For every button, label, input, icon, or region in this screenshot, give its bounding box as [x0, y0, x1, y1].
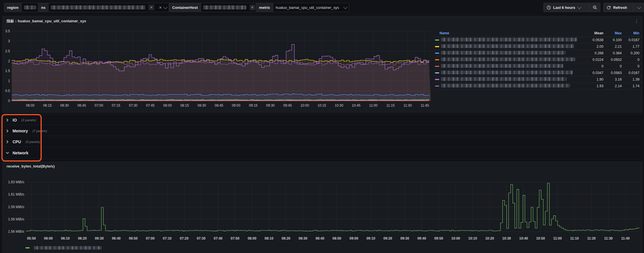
legend-header-name[interactable]: Name: [440, 31, 583, 35]
row-io[interactable]: IO (2 panels): [2, 114, 642, 126]
svg-text:1.58 MiB/s: 1.58 MiB/s: [8, 217, 24, 221]
series-name-redacted: [441, 51, 583, 55]
svg-text:0: 0: [8, 99, 10, 103]
legend-max-value: 2.14: [603, 84, 622, 88]
legend-mean-value: 0: [583, 64, 603, 68]
svg-text:06:40: 06:40: [112, 236, 121, 240]
legend-min-value: 0.0167: [622, 38, 639, 42]
svg-text:0.5: 0.5: [5, 89, 10, 93]
svg-text:06:00: 06:00: [44, 236, 53, 240]
filter-region-label: region: [4, 3, 22, 12]
svg-text:08:40: 08:40: [316, 236, 324, 240]
chevron-down-icon: [343, 5, 347, 9]
zoom-out-icon: [593, 5, 597, 10]
svg-text:10:00: 10:00: [300, 103, 309, 107]
chevron-right-icon: [6, 129, 9, 133]
svg-text:1.5: 1.5: [5, 69, 10, 73]
timeseries-chart[interactable]: 1.63 MiB/s1.61 MiB/s1.59 MiB/s1.58 MiB/s…: [3, 174, 642, 245]
panel-title[interactable]: 指标：huatuo_bamai_cpu_util_container_sys: [7, 19, 86, 24]
row-cpu[interactable]: CPU (5 panels): [2, 136, 642, 148]
svg-text:06:20: 06:20: [78, 236, 87, 240]
legend-max-value: 0.0502: [603, 58, 622, 62]
row-network[interactable]: Network: [2, 147, 642, 159]
svg-text:11:45: 11:45: [421, 103, 429, 107]
svg-text:06:45: 06:45: [77, 103, 86, 107]
svg-text:06:15: 06:15: [43, 103, 52, 107]
svg-text:06:00: 06:00: [26, 103, 35, 107]
series-name-redacted: [441, 38, 583, 42]
svg-text:10:40: 10:40: [519, 236, 528, 240]
legend-mean-value: 0.0538: [583, 38, 603, 42]
legend-row[interactable]: 0.03470.05830.0167: [434, 70, 642, 76]
svg-text:10:45: 10:45: [352, 103, 360, 107]
legend-mean-value: 0.0224: [583, 58, 603, 62]
series-color-dash: [435, 72, 439, 73]
filter-metric[interactable]: metric huatuo_bamai_cpu_util_container_s…: [256, 3, 349, 12]
legend-row[interactable]: 0.2680.3840.200: [434, 50, 642, 57]
legend-row[interactable]: 000: [434, 63, 642, 70]
svg-text:2: 2: [8, 59, 10, 63]
svg-text:1.63 MiB/s: 1.63 MiB/s: [8, 180, 24, 184]
legend-header-mean[interactable]: Mean: [583, 31, 603, 35]
svg-text:06:50: 06:50: [129, 236, 138, 240]
series-color-dash: [435, 66, 439, 67]
legend-row[interactable]: 1.932.141.74: [434, 83, 642, 89]
legend-row[interactable]: 1.903.161.39: [434, 76, 642, 83]
clear-all-icon[interactable]: ✕: [159, 5, 162, 10]
svg-text:10:00: 10:00: [451, 236, 460, 240]
filter-containerhost-value-redacted: [203, 5, 246, 9]
svg-text:07:10: 07:10: [163, 236, 172, 240]
svg-text:08:30: 08:30: [298, 236, 307, 240]
filter-ns[interactable]: ns ✕ ✕: [38, 3, 169, 12]
remove-value-icon[interactable]: ✕: [149, 5, 154, 10]
legend-row[interactable]: 0.02240.05020: [434, 57, 642, 63]
legend-min-value: 1.77: [622, 45, 639, 49]
legend-row[interactable]: 2.002.211.77: [434, 43, 642, 50]
panel-metric-chart: 指标：huatuo_bamai_cpu_util_container_sys ⋮…: [2, 16, 642, 113]
timeseries-chart[interactable]: 3.532.521.510.5006:0006:1506:3006:4507:0…: [3, 29, 434, 112]
row-memory[interactable]: Memory (7 panels): [2, 125, 642, 137]
chevron-right-icon: [6, 140, 9, 144]
svg-text:11:10: 11:10: [570, 236, 579, 240]
svg-text:08:50: 08:50: [332, 236, 341, 240]
series-fills: [12, 44, 431, 101]
zoom-out-button[interactable]: [589, 3, 600, 12]
svg-text:09:30: 09:30: [266, 103, 275, 107]
svg-text:07:15: 07:15: [112, 103, 120, 107]
svg-text:1.56 MiB/s: 1.56 MiB/s: [8, 230, 24, 234]
filter-ns-value-redacted: [51, 5, 145, 9]
panel-menu-icon[interactable]: ⋮: [633, 18, 640, 24]
svg-text:1.61 MiB/s: 1.61 MiB/s: [8, 192, 24, 196]
svg-text:11:30: 11:30: [404, 103, 412, 107]
remove-value-icon[interactable]: ✕: [250, 5, 255, 10]
legend-row[interactable]: 0.05380.1000.0167: [434, 37, 642, 43]
legend-min-value: 0: [622, 58, 639, 62]
legend-max-value: 0.384: [603, 51, 622, 55]
filter-containerhost[interactable]: ContainerHost ✕ ✕: [169, 3, 270, 12]
legend-mean-value: 2.00: [583, 45, 603, 49]
refresh-interval-dropdown[interactable]: [633, 3, 644, 12]
time-range-picker[interactable]: Last 6 hours: [543, 3, 590, 12]
panel-receive-bytes: receive_bytes_total(Byte/s) 1.63 MiB/s1.…: [2, 162, 642, 253]
panel-title[interactable]: receive_bytes_total(Byte/s): [7, 164, 55, 168]
svg-text:11:15: 11:15: [386, 103, 395, 107]
svg-text:10:30: 10:30: [502, 236, 511, 240]
legend-table: Name Mean Max Min 0.05380.1000.01672.002…: [434, 30, 642, 89]
legend-max-value: 3.16: [603, 77, 622, 81]
legend-header-max[interactable]: Max: [603, 31, 622, 35]
legend-max-value: 0: [603, 64, 622, 68]
svg-text:07:30: 07:30: [129, 103, 137, 107]
chevron-down-icon: [6, 151, 9, 155]
svg-text:08:10: 08:10: [265, 236, 274, 240]
legend-min-value: 1.39: [622, 77, 639, 81]
legend-header-min[interactable]: Min: [622, 31, 639, 35]
legend-mean-value: 1.90: [583, 77, 603, 81]
legend-max-value: 2.21: [603, 45, 622, 49]
svg-text:08:20: 08:20: [282, 236, 290, 240]
refresh-label: Refresh: [613, 5, 627, 10]
chevron-down-icon: [577, 5, 581, 9]
series-name-redacted: [441, 84, 583, 88]
legend-item[interactable]: [25, 246, 102, 250]
time-range-label: Last 6 hours: [553, 5, 575, 10]
series-color-dash: [435, 59, 439, 60]
